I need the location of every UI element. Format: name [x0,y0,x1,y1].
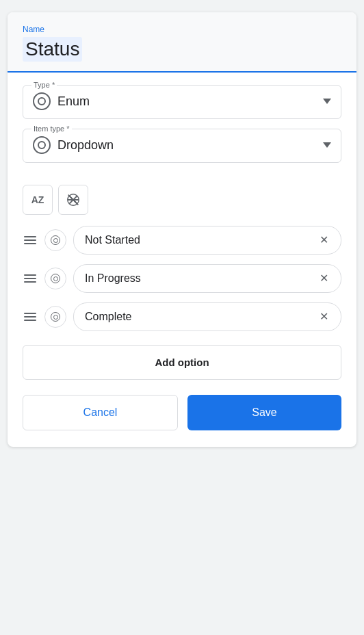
option-row-1: Not Started ✕ [23,226,341,255]
chevron-down-icon [323,99,331,104]
option-circle-icon-3 [51,312,60,322]
drag-handle-2[interactable] [23,272,38,285]
type-label: Type * [31,81,57,89]
footer-row: Cancel Save [8,395,356,447]
close-icon-3: ✕ [320,311,328,322]
type-select-row: Enum [33,92,331,110]
option-text-1: Not Started [85,234,140,246]
option-color-button-2[interactable] [44,268,66,289]
option-pill-3: Complete ✕ [73,302,341,331]
drag-handle-1[interactable] [23,233,38,247]
name-field-value[interactable]: Status [23,37,82,62]
type-select-group[interactable]: Type * Enum [23,85,341,119]
option-text-3: Complete [85,311,131,323]
drag-handle-3[interactable] [23,310,38,324]
option-row-2: In Progress ✕ [23,264,341,293]
name-field-label: Name [23,25,341,34]
name-section: Name Status [8,12,356,73]
option-color-button-3[interactable] [44,306,66,328]
toolbar-row: AZ [8,185,356,215]
option-row-3: Complete ✕ [23,302,341,331]
chevron-down-icon-2 [323,142,331,148]
item-type-select-group[interactable]: Item type * Dropdown [23,129,341,163]
option-pill-1: Not Started ✕ [73,226,341,255]
option-remove-button-1[interactable]: ✕ [318,233,330,247]
type-form-section: Type * Enum Item type * Dropdown [8,73,356,185]
sort-az-icon: AZ [31,194,44,205]
no-color-icon [66,192,81,207]
cancel-button[interactable]: Cancel [23,395,178,430]
circle-dot-icon-2 [33,136,51,154]
close-icon-2: ✕ [320,273,328,284]
type-value: Enum [57,94,316,109]
options-list: Not Started ✕ In Progress ✕ [8,226,356,331]
item-type-label: Item type * [31,125,72,133]
option-remove-button-3[interactable]: ✕ [318,310,330,324]
option-color-button-1[interactable] [44,229,66,251]
option-text-2: In Progress [85,272,141,285]
circle-dot-icon [33,92,51,110]
sort-az-button[interactable]: AZ [23,185,53,215]
no-color-button[interactable] [58,185,88,215]
item-type-select-row: Dropdown [33,136,331,154]
save-button[interactable]: Save [187,395,341,430]
close-icon-1: ✕ [320,235,328,246]
option-pill-2: In Progress ✕ [73,264,341,293]
option-remove-button-2[interactable]: ✕ [318,272,330,285]
item-type-value: Dropdown [57,138,316,153]
option-circle-icon-2 [51,274,60,283]
add-option-button[interactable]: Add option [23,345,341,380]
property-editor-card: Name Status Type * Enum Item type * Drop… [8,12,356,447]
option-circle-icon-1 [51,235,60,245]
